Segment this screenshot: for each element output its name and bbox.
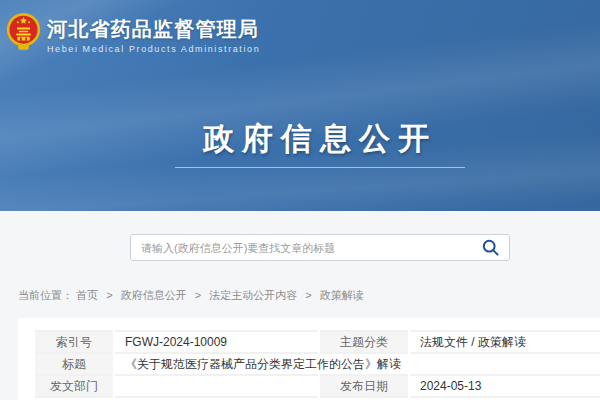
hero-banner: 河北省药品监督管理局 Hebei Medical Products Admini… [0, 0, 600, 211]
search-input[interactable] [130, 234, 510, 261]
document-title-value: 《关于规范医疗器械产品分类界定工作的公告》解读 [114, 353, 600, 375]
content-card: 索引号 FGWJ-2024-10009 主题分类 法规文件 / 政策解读 标题 … [18, 318, 600, 400]
index-number-label: 索引号 [34, 331, 114, 353]
page: 河北省药品监督管理局 Hebei Medical Products Admini… [0, 0, 600, 400]
breadcrumb: 当前位置： 首页 > 政府信息公开 > 法定主动公开内容 > 政策解读 [18, 288, 364, 303]
breadcrumb-separator: > [106, 289, 112, 301]
breadcrumb-item-home[interactable]: 首页 [76, 289, 98, 301]
banner-title: 政府信息公开 [20, 118, 600, 160]
org-name-en: Hebei Medical Products Administration [47, 44, 260, 54]
breadcrumb-separator: > [195, 289, 201, 301]
search-bar [130, 234, 510, 261]
breadcrumb-item-statutory-content[interactable]: 法定主动公开内容 [209, 289, 297, 301]
title-label: 标题 [34, 353, 114, 375]
site-title-block: 河北省药品监督管理局 Hebei Medical Products Admini… [47, 11, 260, 54]
org-name-cn: 河北省药品监督管理局 [47, 17, 260, 41]
document-metadata-table: 索引号 FGWJ-2024-10009 主题分类 法规文件 / 政策解读 标题 … [33, 330, 600, 398]
topic-category-value: 法规文件 / 政策解读 [409, 331, 600, 353]
issuing-department-label: 发文部门 [34, 375, 114, 397]
publish-date-label: 发布日期 [319, 375, 409, 397]
issuing-department-value [114, 375, 319, 397]
breadcrumb-prefix: 当前位置： [18, 289, 73, 301]
site-logo[interactable]: 河北省药品监督管理局 Hebei Medical Products Admini… [6, 11, 260, 57]
banner-underline [175, 167, 465, 168]
publish-date-value: 2024-05-13 [409, 375, 600, 397]
table-row: 索引号 FGWJ-2024-10009 主题分类 法规文件 / 政策解读 [34, 331, 600, 353]
breadcrumb-item-policy-interpretation[interactable]: 政策解读 [320, 289, 364, 301]
search-icon [482, 239, 500, 257]
breadcrumb-separator: > [305, 289, 311, 301]
national-emblem-icon [6, 11, 41, 57]
table-row: 发文部门 发布日期 2024-05-13 [34, 375, 600, 397]
table-row: 标题 《关于规范医疗器械产品分类界定工作的公告》解读 [34, 353, 600, 375]
index-number-value: FGWJ-2024-10009 [114, 331, 319, 353]
breadcrumb-item-info-disclosure[interactable]: 政府信息公开 [121, 289, 187, 301]
search-button[interactable] [482, 239, 500, 257]
topic-category-label: 主题分类 [319, 331, 409, 353]
